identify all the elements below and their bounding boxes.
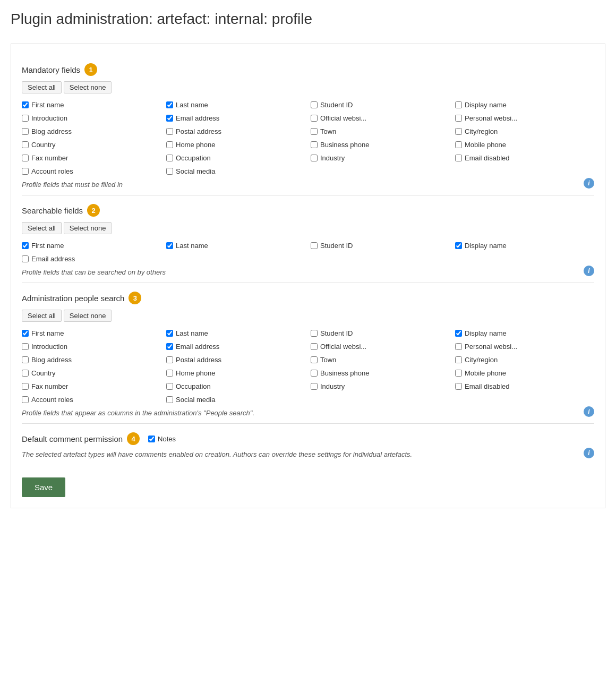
field-checkbox[interactable]	[311, 141, 318, 148]
checkbox-item[interactable]: Blog address	[22, 356, 161, 364]
field-checkbox[interactable]	[166, 330, 173, 337]
field-checkbox[interactable]	[166, 155, 173, 161]
checkbox-item[interactable]: Display name	[455, 101, 594, 109]
checkbox-item[interactable]: Official websi...	[311, 114, 450, 122]
field-checkbox[interactable]	[311, 242, 318, 249]
checkbox-item[interactable]: City/region	[455, 356, 594, 364]
checkbox-item[interactable]: Student ID	[311, 329, 450, 337]
field-checkbox[interactable]	[22, 242, 29, 249]
checkbox-item[interactable]: Social media	[166, 396, 305, 404]
field-checkbox[interactable]	[455, 155, 462, 161]
checkbox-item[interactable]: Account roles	[22, 167, 161, 175]
checkbox-item[interactable]: Introduction	[22, 114, 161, 122]
checkbox-item[interactable]: Home phone	[166, 369, 305, 377]
field-checkbox[interactable]	[455, 242, 462, 249]
field-checkbox[interactable]	[166, 128, 173, 135]
field-checkbox[interactable]	[166, 343, 173, 350]
field-checkbox[interactable]	[311, 115, 318, 122]
checkbox-item[interactable]: Account roles	[22, 396, 161, 404]
field-checkbox[interactable]	[455, 128, 462, 135]
mandatory-info-icon[interactable]: i	[584, 178, 594, 189]
default-comment-info-icon[interactable]: i	[584, 448, 594, 458]
field-checkbox[interactable]	[455, 115, 462, 122]
checkbox-item[interactable]: Social media	[166, 167, 305, 175]
searchable-info-icon[interactable]: i	[584, 266, 594, 276]
field-checkbox[interactable]	[22, 168, 29, 175]
field-checkbox[interactable]	[455, 330, 462, 337]
field-checkbox[interactable]	[22, 330, 29, 337]
checkbox-item[interactable]: Town	[311, 356, 450, 364]
checkbox-item[interactable]: Fax number	[22, 154, 161, 162]
checkbox-item[interactable]: Personal websi...	[455, 343, 594, 351]
checkbox-item[interactable]: Postal address	[166, 356, 305, 364]
mandatory-select-none[interactable]: Select none	[64, 81, 112, 93]
mandatory-select-all[interactable]: Select all	[22, 81, 62, 93]
field-checkbox[interactable]	[166, 141, 173, 148]
field-checkbox[interactable]	[311, 128, 318, 135]
checkbox-item[interactable]: Industry	[311, 382, 450, 390]
checkbox-item[interactable]: Blog address	[22, 127, 161, 135]
field-checkbox[interactable]	[166, 101, 173, 108]
field-checkbox[interactable]	[22, 396, 29, 403]
checkbox-item[interactable]: Mobile phone	[455, 369, 594, 377]
checkbox-item[interactable]: Email address	[166, 114, 305, 122]
field-checkbox[interactable]	[22, 141, 29, 148]
checkbox-item[interactable]: First name	[22, 329, 161, 337]
checkbox-item[interactable]: Display name	[455, 242, 594, 250]
field-checkbox[interactable]	[455, 383, 462, 390]
checkbox-item[interactable]: Email address	[166, 343, 305, 351]
save-button[interactable]: Save	[22, 477, 65, 497]
field-checkbox[interactable]	[166, 356, 173, 363]
field-checkbox[interactable]	[22, 128, 29, 135]
notes-item[interactable]: Notes	[148, 435, 176, 443]
field-checkbox[interactable]	[22, 255, 29, 262]
field-checkbox[interactable]	[22, 383, 29, 390]
checkbox-item[interactable]: Business phone	[311, 141, 450, 149]
checkbox-item[interactable]: Student ID	[311, 242, 450, 250]
checkbox-item[interactable]: Email disabled	[455, 382, 594, 390]
checkbox-item[interactable]: City/region	[455, 127, 594, 135]
field-checkbox[interactable]	[22, 155, 29, 161]
field-checkbox[interactable]	[455, 356, 462, 363]
checkbox-item[interactable]: Occupation	[166, 154, 305, 162]
checkbox-item[interactable]: Introduction	[22, 343, 161, 351]
checkbox-item[interactable]: Last name	[166, 242, 305, 250]
notes-checkbox[interactable]	[148, 436, 155, 442]
field-checkbox[interactable]	[311, 155, 318, 161]
field-checkbox[interactable]	[311, 356, 318, 363]
checkbox-item[interactable]: Home phone	[166, 141, 305, 149]
field-checkbox[interactable]	[166, 396, 173, 403]
field-checkbox[interactable]	[166, 242, 173, 249]
field-checkbox[interactable]	[455, 370, 462, 377]
checkbox-item[interactable]: Email disabled	[455, 154, 594, 162]
field-checkbox[interactable]	[22, 343, 29, 350]
checkbox-item[interactable]: Postal address	[166, 127, 305, 135]
checkbox-item[interactable]: Last name	[166, 329, 305, 337]
checkbox-item[interactable]: Country	[22, 369, 161, 377]
checkbox-item[interactable]: Email address	[22, 255, 161, 263]
checkbox-item[interactable]: Town	[311, 127, 450, 135]
checkbox-item[interactable]: Official websi...	[311, 343, 450, 351]
field-checkbox[interactable]	[311, 330, 318, 337]
checkbox-item[interactable]: First name	[22, 101, 161, 109]
field-checkbox[interactable]	[22, 115, 29, 122]
field-checkbox[interactable]	[455, 141, 462, 148]
checkbox-item[interactable]: Display name	[455, 329, 594, 337]
checkbox-item[interactable]: Country	[22, 141, 161, 149]
checkbox-item[interactable]: Industry	[311, 154, 450, 162]
searchable-select-all[interactable]: Select all	[22, 222, 62, 234]
field-checkbox[interactable]	[22, 356, 29, 363]
checkbox-item[interactable]: Student ID	[311, 101, 450, 109]
field-checkbox[interactable]	[455, 343, 462, 350]
checkbox-item[interactable]: Business phone	[311, 369, 450, 377]
admin-search-info-icon[interactable]: i	[584, 406, 594, 417]
checkbox-item[interactable]: Mobile phone	[455, 141, 594, 149]
checkbox-item[interactable]: First name	[22, 242, 161, 250]
field-checkbox[interactable]	[22, 101, 29, 108]
field-checkbox[interactable]	[311, 383, 318, 390]
field-checkbox[interactable]	[22, 370, 29, 377]
field-checkbox[interactable]	[311, 343, 318, 350]
field-checkbox[interactable]	[166, 115, 173, 122]
checkbox-item[interactable]: Fax number	[22, 382, 161, 390]
field-checkbox[interactable]	[166, 383, 173, 390]
